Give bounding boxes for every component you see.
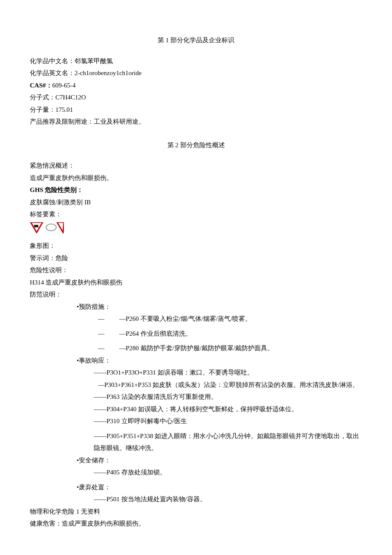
health-row: 健康危害：造成严重皮肤灼伤和眼损伤。 bbox=[30, 517, 362, 530]
dash-icon: — bbox=[98, 313, 104, 325]
disposal-title: •废弃处置： bbox=[30, 481, 362, 494]
p301-text: ——P3O1+P33O+P331 如误吞咽：漱口。不要诱导呕吐。 bbox=[30, 366, 362, 379]
dash-icon: — bbox=[98, 328, 104, 340]
p303-text: —P303+P361+P353 如皮肤（或头发）沾染：立即脱掉所有沾染的衣服。用… bbox=[30, 379, 362, 391]
hazard-stmt-text: H314 造成严重皮肤灼伤和眼损伤 bbox=[30, 276, 362, 289]
health-label: 健康危害： bbox=[30, 520, 62, 527]
cas-label: CAS#： bbox=[30, 82, 52, 89]
prevention-title: •预防措施： bbox=[30, 301, 362, 313]
use-value: 工业及科研用途。 bbox=[94, 118, 145, 125]
p305-text: ——P305+P351+P338 如进入眼睛：用水小心冲洗几分钟。如戴隐形眼镜并… bbox=[30, 430, 362, 454]
label-elements: 标签要素： bbox=[30, 208, 362, 221]
svg-marker-3 bbox=[57, 222, 64, 232]
p264-text: —P264 作业后彻底清洗。 bbox=[119, 328, 192, 340]
signal-value: 危险 bbox=[55, 255, 68, 262]
p501-text: ——P501 按当地法规处置内装物/容器。 bbox=[30, 493, 362, 506]
p264-row: — —P264 作业后彻底清洗。 bbox=[30, 328, 362, 340]
pictogram-label: 象形图： bbox=[30, 240, 362, 252]
p405-text: ——P405 存放处须加锁。 bbox=[30, 466, 362, 479]
phys-chem-row: 物理和化学危险 1 无资料 bbox=[30, 506, 362, 518]
cas-value: 609-65-4 bbox=[52, 82, 76, 89]
name-en-value: 2-ch1orobenzoy1ch1oride bbox=[75, 70, 141, 76]
response-title: •事故响应： bbox=[30, 355, 362, 367]
emergency-label: 紧急情况概述： bbox=[30, 160, 362, 172]
use-label: 产品推荐及限制用途： bbox=[30, 118, 94, 125]
signal-row: 警示词：危险 bbox=[30, 252, 362, 264]
name-cn-row: 化学品中文名：邻氯苯甲酰氯 bbox=[30, 55, 362, 67]
ghs-text: 皮肤腐蚀/刺激类别 IB bbox=[30, 196, 362, 209]
p280-text: —P280 戴防护手套/穿防护服/戴防护眼罩/戴防护面具。 bbox=[119, 342, 274, 355]
section-2-heading-text: 第 2 部分危险性概述 bbox=[167, 142, 225, 148]
name-cn-label: 化学品中文名： bbox=[30, 58, 75, 64]
storage-title: •安全储存： bbox=[30, 454, 362, 467]
p280-row: — —P280 戴防护手套/穿防护服/戴防护眼罩/戴防护面具。 bbox=[30, 342, 362, 355]
name-en-row: 化学品英文名：2-ch1orobenzoy1ch1oride bbox=[30, 67, 362, 79]
svg-rect-1 bbox=[34, 225, 38, 227]
corrosion-pictogram-icon bbox=[30, 222, 64, 233]
signal-label: 警示词： bbox=[30, 255, 55, 262]
emergency-text: 造成严重皮肤灼伤和眼损伤。 bbox=[30, 172, 362, 184]
section-1-heading-text: 第 1 部分化学品及企业标识 bbox=[158, 37, 234, 44]
p310-text: ——P310 立即呼叫解毒中心/医生 bbox=[30, 415, 362, 427]
section-1-heading: 第 1 部分化学品及企业标识 bbox=[30, 34, 362, 46]
dash-icon: — bbox=[98, 342, 104, 355]
svg-point-2 bbox=[46, 224, 56, 231]
health-value: 造成严重皮肤灼伤和眼损伤。 bbox=[62, 520, 145, 527]
p260-row: — —P260 不要吸入粉尘/烟/气体/烟雾/蒸气/喷雾。 bbox=[30, 313, 362, 325]
cas-row: CAS#：609-65-4 bbox=[30, 79, 362, 92]
ghs-label-text: GHS 危险性类别： bbox=[30, 186, 83, 193]
mw-label: 分子量： bbox=[30, 106, 55, 113]
name-cn-value: 邻氯苯甲酰氯 bbox=[75, 58, 113, 64]
hazard-stmt-label: 危险性说明： bbox=[30, 264, 362, 276]
p304-text: ——P304+P340 如误吸入：将人转移到空气新鲜处，保持呼吸舒适体位。 bbox=[30, 403, 362, 416]
name-en-label: 化学品英文名： bbox=[30, 70, 75, 76]
precaution-label: 防范说明： bbox=[30, 288, 362, 301]
p363-text: ——P363 沾染的衣服清洗后方可重新使用。 bbox=[30, 391, 362, 403]
formula-row: 分子式：C7H4C12O bbox=[30, 91, 362, 104]
formula-label: 分子式： bbox=[30, 94, 55, 101]
use-row: 产品推荐及限制用途：工业及科研用途。 bbox=[30, 116, 362, 128]
section-2-heading: 第 2 部分危险性概述 bbox=[30, 139, 362, 151]
mw-value: 175.01 bbox=[55, 106, 73, 113]
formula-value: C7H4C12O bbox=[55, 94, 86, 101]
mw-row: 分子量：175.01 bbox=[30, 104, 362, 116]
p260-text: —P260 不要吸入粉尘/烟/气体/烟雾/蒸气/喷雾。 bbox=[119, 313, 251, 325]
ghs-label: GHS 危险性类别： bbox=[30, 184, 362, 196]
